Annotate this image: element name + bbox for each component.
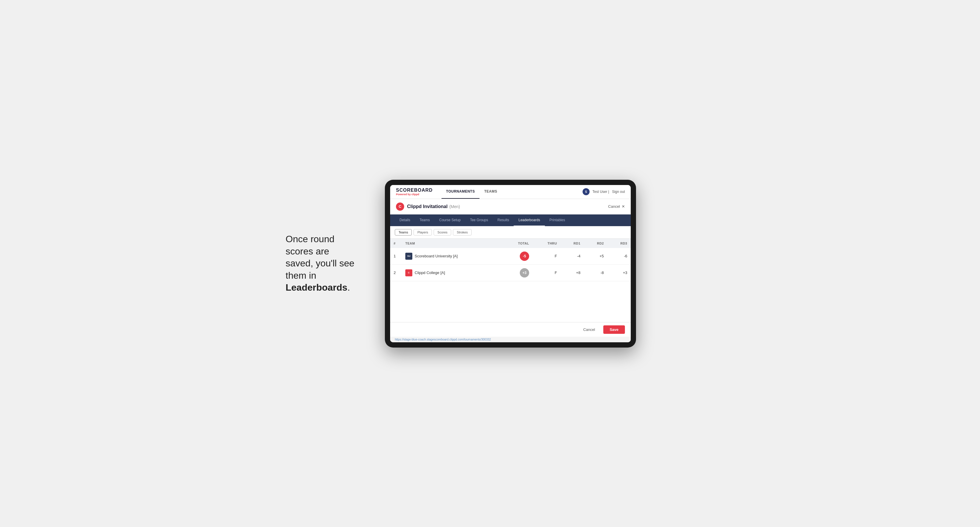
rd1-2: +8 xyxy=(560,264,584,281)
col-rd3: RD3 xyxy=(608,239,631,248)
desc-line4: them in xyxy=(286,270,316,281)
logo-brand: clippd xyxy=(412,193,419,196)
sign-out-link[interactable]: Sign out xyxy=(612,190,625,194)
total-2: +3 xyxy=(502,264,533,281)
leaderboard-table: # TEAM TOTAL THRU RD1 RD2 RD3 1 xyxy=(390,239,631,281)
col-thru: THRU xyxy=(533,239,560,248)
team-logo-2: C xyxy=(405,269,412,276)
logo-text: SCOREBOARD xyxy=(396,187,433,193)
col-rd2: RD2 xyxy=(584,239,608,248)
page-wrapper: Once round scores are saved, you'll see … xyxy=(286,180,694,348)
col-rank: # xyxy=(390,239,402,248)
close-icon[interactable]: ✕ xyxy=(622,204,625,209)
tournament-gender: (Men) xyxy=(449,204,460,209)
team-name-2: C Clippd College [A] xyxy=(402,264,502,281)
col-team: TEAM xyxy=(402,239,502,248)
url-bar: https://stage-blue-coach.stagescoreboard… xyxy=(390,337,631,342)
tablet-frame: SCOREBOARD Powered by clippd TOURNAMENTS… xyxy=(385,180,636,348)
thru-1: F xyxy=(533,248,560,265)
desc-line3: saved, you'll see xyxy=(286,258,355,268)
tab-printables[interactable]: Printables xyxy=(545,214,570,226)
desc-line2: scores are xyxy=(286,246,329,257)
top-nav: SCOREBOARD Powered by clippd TOURNAMENTS… xyxy=(390,185,631,199)
tab-tee-groups[interactable]: Tee Groups xyxy=(465,214,493,226)
tab-results[interactable]: Results xyxy=(493,214,514,226)
tab-teams[interactable]: Teams xyxy=(415,214,434,226)
logo-sub: Powered by clippd xyxy=(396,193,433,196)
logo-area: SCOREBOARD Powered by clippd xyxy=(396,187,433,196)
score-badge-1: -5 xyxy=(520,252,529,261)
team-name-text-1: Scoreboard University [A] xyxy=(415,254,458,258)
rank-1: 1 xyxy=(390,248,402,265)
rank-2: 2 xyxy=(390,264,402,281)
desc-line5-suffix: . xyxy=(347,282,350,293)
content-spacer xyxy=(390,281,631,322)
team-name-1: SU Scoreboard University [A] xyxy=(402,248,502,265)
rd3-1: -6 xyxy=(608,248,631,265)
tablet-screen: SCOREBOARD Powered by clippd TOURNAMENTS… xyxy=(390,185,631,342)
nav-tournaments[interactable]: TOURNAMENTS xyxy=(442,185,480,199)
table-row: 2 C Clippd College [A] +3 F +8 -8 xyxy=(390,264,631,281)
team-logo-1: SU xyxy=(405,253,412,260)
save-button[interactable]: Save xyxy=(603,325,625,334)
tournament-header: C Clippd Invitational (Men) Cancel ✕ xyxy=(390,199,631,214)
desc-line1: Once round xyxy=(286,234,334,244)
tab-course-setup[interactable]: Course Setup xyxy=(434,214,465,226)
user-name: Test User | xyxy=(592,190,609,194)
tab-details[interactable]: Details xyxy=(395,214,415,226)
tournament-icon: C xyxy=(396,203,404,211)
user-avatar: S xyxy=(582,188,590,195)
sub-filters: Teams Players Scores Strokes xyxy=(390,226,631,239)
thru-2: F xyxy=(533,264,560,281)
cancel-label: Cancel xyxy=(608,204,620,209)
team-name-text-2: Clippd College [A] xyxy=(415,270,445,275)
app-footer: Cancel Save xyxy=(390,322,631,337)
nav-right: S Test User | Sign out xyxy=(582,188,625,195)
rd2-2: -8 xyxy=(584,264,608,281)
rd3-2: +3 xyxy=(608,264,631,281)
score-badge-2: +3 xyxy=(520,268,529,278)
main-tabs: Details Teams Course Setup Tee Groups Re… xyxy=(390,214,631,226)
rd2-1: +5 xyxy=(584,248,608,265)
col-total: TOTAL xyxy=(502,239,533,248)
filter-strokes[interactable]: Strokes xyxy=(453,229,471,235)
desc-line5-bold: Leaderboards xyxy=(286,282,347,293)
tournament-name: Clippd Invitational xyxy=(407,204,448,209)
tab-leaderboards[interactable]: Leaderboards xyxy=(514,214,545,226)
logo-sub-prefix: Powered by xyxy=(396,193,412,196)
cancel-button-header[interactable]: Cancel ✕ xyxy=(608,204,625,209)
table-header-row: # TEAM TOTAL THRU RD1 RD2 RD3 xyxy=(390,239,631,248)
col-rd1: RD1 xyxy=(560,239,584,248)
filter-teams[interactable]: Teams xyxy=(395,229,412,235)
cancel-button-footer[interactable]: Cancel xyxy=(578,325,600,334)
main-nav: TOURNAMENTS TEAMS xyxy=(442,185,582,199)
filter-players[interactable]: Players xyxy=(414,229,432,235)
table-row: 1 SU Scoreboard University [A] -5 F -4 xyxy=(390,248,631,265)
nav-teams[interactable]: TEAMS xyxy=(479,185,502,199)
rd1-1: -4 xyxy=(560,248,584,265)
left-description: Once round scores are saved, you'll see … xyxy=(286,233,368,294)
filter-scores[interactable]: Scores xyxy=(434,229,451,235)
total-1: -5 xyxy=(502,248,533,265)
